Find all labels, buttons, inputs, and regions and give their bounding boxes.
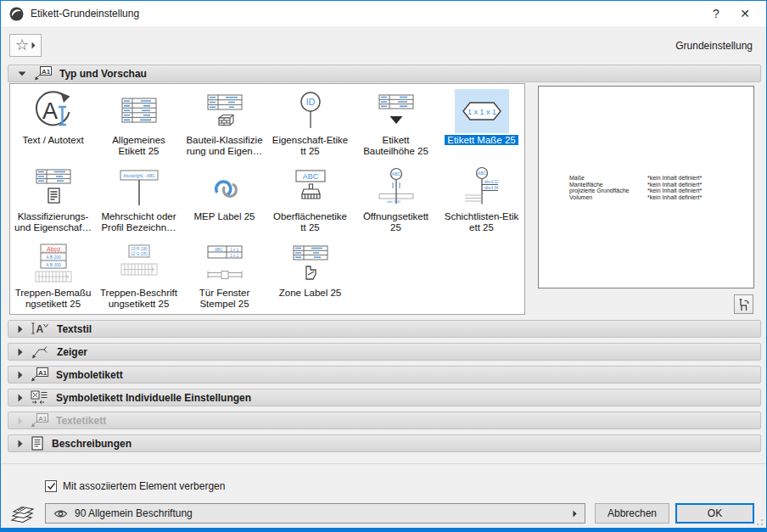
svg-text:A1: A1 bbox=[38, 369, 48, 377]
label-type-grid: A Text / Autotext Allgemeines Etikett 25 bbox=[9, 83, 525, 315]
label-type-tuer-fenster-stempel[interactable]: ABC 1 x 1 1 x 1 Tür Fenster Stempel 25 bbox=[182, 240, 267, 316]
section-textetikett: A1 Textetikett bbox=[8, 412, 761, 429]
chevron-right-icon bbox=[18, 371, 23, 379]
label-type-bauteil-klassifizierung[interactable]: Bauteil-Klassifizie rung und Eigen… bbox=[182, 87, 267, 164]
svg-text:Abcd: Abcd bbox=[47, 246, 60, 252]
label-default-settings-dialog: Etikett-Grundeinstellung ? ✕ ☆ Grundeins… bbox=[0, 0, 767, 532]
svg-text:A: A bbox=[36, 323, 44, 335]
text-style-icon: A bbox=[31, 322, 49, 336]
label-type-klassifizierungs-eigenschaft[interactable]: Klassifizierungs- und Eigenschaf… bbox=[10, 164, 96, 240]
label-type-etikett-bauteilhoehe[interactable]: Etikett Bauteilhöhe 25 bbox=[353, 87, 439, 164]
layer-list-icon: ABC abcd 12 abcd 34 bbox=[461, 166, 503, 209]
symbol-custom-settings-icon bbox=[31, 390, 48, 405]
opening-icon: ABC abc 900 bbox=[375, 166, 417, 209]
chevron-right-icon bbox=[18, 417, 23, 425]
pointer-line-icon bbox=[31, 345, 49, 359]
preview-rotate-button[interactable] bbox=[734, 294, 753, 314]
svg-text:12 G (25): 12 G (25) bbox=[131, 252, 148, 256]
composite-flag-icon: Abcdefghij - ABC bbox=[118, 166, 160, 209]
help-button[interactable]: ? bbox=[702, 1, 731, 26]
section-label: Typ und Vorschau bbox=[59, 68, 147, 80]
dialog-content: ☆ Grundeinstellung A1 Typ und Vorschau bbox=[1, 26, 766, 528]
svg-text:A1: A1 bbox=[38, 415, 48, 423]
preview-row: Mantelfläche*kein Inhalt definiert* bbox=[569, 182, 747, 188]
svg-text:Abcdefghij - ABC: Abcdefghij - ABC bbox=[123, 173, 155, 178]
layers-icon bbox=[10, 504, 36, 528]
section-textstil[interactable]: A Textstil bbox=[8, 320, 761, 338]
svg-text:abc 900: abc 900 bbox=[387, 199, 400, 204]
chevron-down-icon bbox=[18, 71, 26, 76]
svg-text:A B 200: A B 200 bbox=[46, 255, 61, 260]
eye-icon bbox=[53, 509, 68, 518]
svg-text:ABC: ABC bbox=[391, 171, 400, 176]
ok-button[interactable]: OK bbox=[675, 503, 754, 524]
label-type-schichtlisten-etikett[interactable]: ABC abcd 12 abcd 34 Schichtlisten-Etik e… bbox=[439, 164, 524, 240]
label-type-allgemeines-etikett[interactable]: Allgemeines Etikett 25 bbox=[96, 87, 182, 164]
label-type-oberflaechenetikett[interactable]: ABC Oberflächenetike tt 25 bbox=[267, 164, 353, 240]
preview-row: Maße*kein Inhalt definiert* bbox=[569, 175, 747, 182]
symbol-label-icon: A1 bbox=[34, 66, 52, 81]
chevron-right-icon bbox=[18, 440, 23, 448]
svg-text:ABC: ABC bbox=[302, 172, 318, 181]
dimensions-hexagon-icon: 1 x 1 x 1 bbox=[461, 90, 503, 132]
cancel-button[interactable]: Abbrechen bbox=[595, 503, 669, 524]
door-window-stamp-icon: ABC 1 x 1 1 x 1 bbox=[204, 243, 246, 285]
svg-text:abcd 34: abcd 34 bbox=[484, 186, 499, 190]
svg-text:A: A bbox=[42, 98, 58, 124]
title-bar: Etikett-Grundeinstellung ? ✕ bbox=[1, 1, 766, 26]
chevron-right-icon bbox=[18, 394, 23, 402]
layer-selector[interactable]: 90 Allgemein Beschriftung bbox=[45, 503, 585, 524]
svg-text:1 x 1 x 1: 1 x 1 x 1 bbox=[467, 108, 495, 116]
mep-duct-icon bbox=[204, 166, 246, 209]
zone-stamp-icon bbox=[289, 243, 332, 285]
chevron-right-icon bbox=[31, 42, 36, 49]
section-label: Textstil bbox=[57, 323, 92, 335]
symbol-label-icon: A1 bbox=[31, 413, 48, 428]
label-type-eigenschaft-etikett[interactable]: ID Eigenschaft-Etike tt 25 bbox=[267, 87, 353, 164]
svg-text:ABC: ABC bbox=[477, 171, 486, 176]
label-type-oeffnungsetikett[interactable]: ABC abc 900 Öffnungsetikett 25 bbox=[353, 164, 439, 240]
label-type-zone-label[interactable]: Zone Label 25 bbox=[267, 240, 353, 316]
surface-brush-icon: ABC bbox=[289, 166, 332, 209]
svg-text:abcd 12: abcd 12 bbox=[484, 180, 499, 184]
preview-row: projizierte Grundfläche*kein Inhalt defi… bbox=[569, 188, 747, 194]
star-icon: ☆ bbox=[15, 37, 29, 53]
label-preview-panel: Maße*kein Inhalt definiert* Mantelfläche… bbox=[538, 86, 754, 288]
section-beschreibungen[interactable]: Beschreibungen bbox=[8, 434, 761, 452]
close-button[interactable]: ✕ bbox=[731, 1, 759, 26]
label-type-etikett-masse[interactable]: 1 x 1 x 1 Etikett Maße 25 bbox=[439, 87, 524, 164]
component-height-icon bbox=[375, 90, 417, 132]
label-type-treppen-bemassungsetikett[interactable]: Abcd A B 200 A B 300 Treppen-Bemaßu ngse… bbox=[10, 240, 96, 316]
symbol-label-icon: A1 bbox=[31, 367, 48, 382]
section-typ-und-vorschau[interactable]: A1 Typ und Vorschau bbox=[8, 64, 761, 82]
svg-text:A B 300: A B 300 bbox=[46, 262, 61, 267]
hide-with-element-checkbox[interactable] bbox=[45, 480, 57, 492]
label-type-mehrschicht-profil[interactable]: Abcdefghij - ABC Mehrschicht oder Profil… bbox=[96, 164, 182, 240]
section-symboletikett-individuell[interactable]: Symboletikett Individuelle Einstellungen bbox=[8, 389, 761, 406]
section-zeiger[interactable]: Zeiger bbox=[8, 343, 761, 361]
svg-text:13 R (18): 13 R (18) bbox=[131, 247, 148, 251]
label-type-mep-label[interactable]: MEP Label 25 bbox=[182, 164, 267, 240]
hide-with-element-label: Mit assoziiertem Element verbergen bbox=[63, 480, 225, 492]
archicad-logo-icon bbox=[9, 7, 24, 21]
svg-text:A1: A1 bbox=[42, 68, 51, 76]
favorites-button[interactable]: ☆ bbox=[9, 34, 42, 57]
svg-text:1 x 1: 1 x 1 bbox=[230, 254, 238, 258]
stair-text-icon: 13 R (18) 12 G (25) bbox=[118, 243, 160, 285]
component-classification-icon bbox=[204, 90, 246, 132]
svg-text:1 x 1: 1 x 1 bbox=[230, 248, 238, 252]
chevron-right-icon bbox=[18, 325, 23, 333]
footer-divider bbox=[1, 463, 766, 464]
resize-grip[interactable] bbox=[756, 518, 764, 526]
layer-value: 90 Allgemein Beschriftung bbox=[75, 507, 193, 519]
label-type-text-autotext[interactable]: A Text / Autotext bbox=[10, 87, 96, 164]
property-id-icon: ID bbox=[289, 90, 332, 132]
mode-label: Grundeinstellung bbox=[675, 40, 753, 52]
window-title: Etikett-Grundeinstellung bbox=[31, 8, 139, 20]
stair-dimension-icon: Abcd A B 200 A B 300 bbox=[32, 243, 75, 285]
label-type-treppen-beschriftungsetikett[interactable]: 13 R (18) 12 G (25) Treppen-Beschrift un… bbox=[96, 240, 182, 316]
checkmark-icon bbox=[47, 482, 56, 490]
svg-text:ABC: ABC bbox=[215, 248, 223, 252]
chevron-right-icon bbox=[18, 348, 23, 356]
section-symboletikett[interactable]: A1 Symboletikett bbox=[8, 366, 761, 384]
